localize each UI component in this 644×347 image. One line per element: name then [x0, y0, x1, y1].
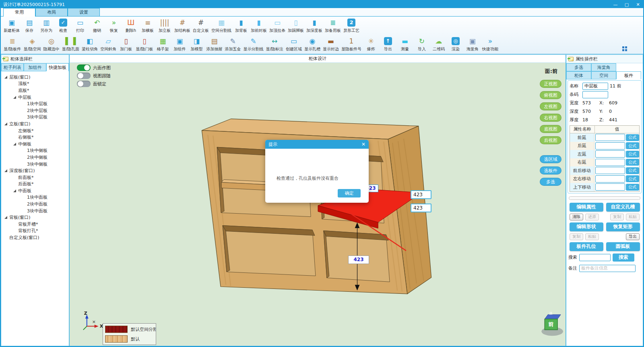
property-row-input[interactable] — [595, 175, 625, 183]
toolbar-add-vertical-board-button[interactable]: ||||加立板 — [156, 17, 173, 34]
minimize-button[interactable]: — — [613, 2, 618, 7]
toolbar-measure-button[interactable]: ▬测量 — [396, 36, 413, 52]
restore-rectangle-button[interactable]: 恢复矩形 — [606, 222, 640, 231]
expander-icon[interactable] — [13, 143, 16, 145]
view-button-2[interactable]: 俯视图 — [540, 91, 561, 99]
tree-item[interactable]: 1块中侧板 — [1, 148, 69, 154]
left-tab-3[interactable]: 快捷加板 — [46, 63, 69, 71]
toolbar-import-button[interactable]: ↻导入 — [413, 36, 430, 52]
dialog-ok-button[interactable]: 确定 — [338, 189, 361, 197]
view-button-4[interactable]: 右视图 — [540, 114, 561, 122]
viewport-3d[interactable]: Z X × 顶 前 423 423 — [70, 63, 566, 346]
expander-icon[interactable] — [13, 96, 16, 99]
select-button-2[interactable]: 选板件 — [540, 166, 561, 175]
formula-button[interactable]: 公式 — [626, 175, 639, 182]
property-row-input[interactable] — [595, 183, 625, 191]
restore-button[interactable]: 还原 — [585, 214, 599, 220]
dialog-close-icon[interactable]: ✕ — [361, 141, 365, 147]
tree-item[interactable]: 3块中层板 — [1, 114, 69, 121]
edit-properties-button[interactable]: 编辑属性 — [570, 203, 603, 212]
toolbar-show-divider-line-button[interactable]: ✎显示分割线 — [242, 36, 265, 52]
toggle-2-off[interactable] — [77, 73, 91, 79]
tree-item[interactable]: 右侧板* — [1, 134, 69, 141]
formula-button[interactable]: 公式 — [626, 151, 639, 158]
toolbar-explode-button[interactable]: ✳爆炸 — [363, 36, 380, 52]
tree-item[interactable]: 立板(窗口) — [1, 121, 69, 127]
expander-icon[interactable] — [4, 216, 7, 219]
expander-icon[interactable] — [13, 189, 16, 192]
note-input[interactable] — [579, 265, 636, 272]
toolbar-space-bevel-button[interactable]: ▱空间斜角 — [99, 36, 118, 52]
formula-button[interactable]: 公式 — [626, 134, 639, 141]
copy-button-2[interactable]: 复制 — [570, 233, 583, 240]
arc-panel-button[interactable]: 圆弧板 — [606, 242, 640, 251]
left-tab-2[interactable]: 加组件 — [24, 63, 46, 71]
right-tab-2[interactable]: 海棠角 — [591, 63, 616, 71]
toolbar-add-kick-board-button[interactable]: ▯加踢脚板 — [287, 17, 305, 34]
tree-item[interactable]: 1块中面板 — [1, 194, 69, 201]
tree-item[interactable]: 自定义板(窗口) — [1, 234, 69, 241]
property-row-input[interactable] — [595, 142, 625, 150]
formula-button[interactable]: 公式 — [626, 167, 639, 174]
toolbar-render-button[interactable]: ◎渲染 — [447, 36, 464, 52]
paste-button-1[interactable]: 粘贴 — [626, 214, 640, 220]
ribbon-layout-grid-icon[interactable] — [622, 46, 627, 51]
toggle-3-off[interactable] — [77, 81, 91, 87]
toolbar-redo-button[interactable]: »恢复 — [105, 17, 122, 34]
ribbon-tab-2[interactable]: 布局 — [35, 8, 68, 16]
barcode-input[interactable] — [582, 91, 608, 98]
close-button[interactable]: ✕ — [635, 2, 641, 7]
toolbar-export-button[interactable]: ↑导出 — [380, 36, 396, 52]
view-button-6[interactable]: 后视图 — [540, 136, 561, 144]
clear-button[interactable]: 清除 — [570, 214, 583, 220]
tree-item[interactable]: 2块中侧板 — [1, 154, 69, 161]
toolbar-delete-button[interactable]: Ш删除h — [122, 17, 139, 34]
tree-item[interactable]: 背板开槽* — [1, 221, 69, 228]
expander-icon[interactable] — [4, 169, 7, 172]
dimension-input-bottom[interactable] — [411, 204, 431, 212]
toolbar-show-hide-door-button[interactable]: ▯显/隐门板 — [134, 36, 154, 52]
toolbar-show-hide-panels-button[interactable]: ≣显/隐板件 — [2, 36, 22, 52]
toolbar-show-hide-space-button[interactable]: ◈显/隐空间 — [22, 36, 42, 52]
toolbar-add-hardware-button[interactable]: ✎添加五金 — [224, 36, 242, 52]
formula-button[interactable]: 公式 — [626, 159, 639, 166]
ribbon-tab-1[interactable]: 常用 — [3, 8, 35, 16]
view-button-5[interactable]: 底视图 — [540, 125, 561, 133]
toolbar-save-button[interactable]: ▤保存 — [21, 17, 38, 34]
tree-item[interactable]: 3块中侧板 — [1, 161, 69, 168]
panel-slider-track[interactable] — [569, 196, 640, 200]
search-button[interactable]: 搜索 — [613, 253, 634, 262]
copy-button-1[interactable]: 复制 — [610, 214, 624, 220]
toolbar-add-horizontal-board-button[interactable]: ≡加横板 — [139, 17, 156, 34]
property-row-input[interactable] — [595, 150, 625, 158]
tree-item[interactable]: 背板(窗口) — [1, 214, 69, 221]
toolbar-begonia-corner-button[interactable]: ▣海棠角 — [464, 36, 481, 52]
tree-item[interactable]: 后面板* — [1, 181, 69, 188]
toolbar-add-spare-board-button[interactable]: ≣加备用板 — [324, 17, 342, 34]
toolbar-show-edge-banding-button[interactable]: ▬显示封边 — [322, 36, 340, 52]
tree-item[interactable]: 2块中面板 — [1, 201, 69, 208]
right-tab-1[interactable]: 多选 — [566, 63, 591, 71]
tree-item[interactable]: 2块中层板 — [1, 107, 69, 114]
view-button-3[interactable]: 左视图 — [540, 102, 561, 110]
toolbar-add-model-button[interactable]: ◨加模型 — [188, 36, 205, 52]
edit-shape-button[interactable]: 编辑形状 — [570, 222, 603, 231]
toolbar-add-component-button[interactable]: ▣加组件 — [171, 36, 188, 52]
dimension-input-top[interactable] — [411, 190, 431, 199]
toolbar-add-drawer-button[interactable]: ▤添加抽屉 — [205, 36, 224, 52]
paste-button-2[interactable]: 粘贴 — [585, 233, 599, 240]
toolbar-show-hide-panel-number-button[interactable]: 1显隐板件号 — [340, 36, 363, 52]
toolbar-add-top-bar-button[interactable]: ▭加顶拉条 — [268, 17, 287, 34]
maximize-button[interactable]: ▢ — [624, 2, 630, 7]
toolbar-custom-board-button[interactable]: #自定义板 — [192, 17, 210, 34]
toolbar-check-button[interactable]: ✓检查 — [55, 17, 72, 34]
property-row-input[interactable] — [595, 167, 625, 174]
formula-button[interactable]: 公式 — [626, 184, 639, 191]
tree-item[interactable]: 中层板 — [1, 94, 69, 101]
name-input[interactable] — [582, 83, 608, 90]
tree-item[interactable]: 底板* — [1, 87, 69, 94]
left-tab-1[interactable]: 柜子列表 — [1, 63, 24, 71]
toolbar-special-craft-button[interactable]: 2异形工艺 — [342, 17, 361, 34]
toolbar-quick-functions-button[interactable]: »快捷功能 — [481, 36, 500, 52]
toolbar-add-front-seal-board-button[interactable]: ▮加前封板 — [250, 17, 268, 34]
